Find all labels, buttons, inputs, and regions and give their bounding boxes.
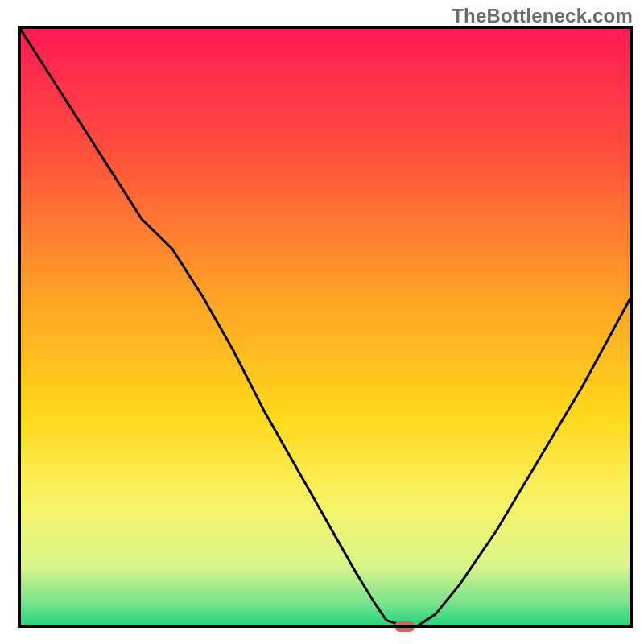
chart-frame: TheBottleneck.com bbox=[0, 0, 644, 644]
plot-background bbox=[19, 27, 631, 626]
chart-svg bbox=[0, 0, 644, 644]
